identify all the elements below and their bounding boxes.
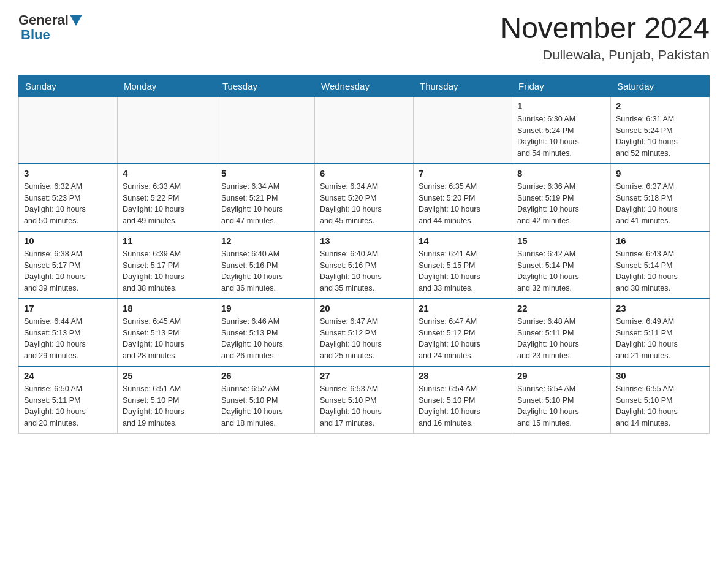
day-info: Sunrise: 6:34 AM Sunset: 5:21 PM Dayligh… [221,181,309,227]
day-info: Sunrise: 6:38 AM Sunset: 5:17 PM Dayligh… [24,248,112,294]
day-info: Sunrise: 6:52 AM Sunset: 5:10 PM Dayligh… [221,383,309,429]
calendar-cell: 7Sunrise: 6:35 AM Sunset: 5:20 PM Daylig… [414,164,512,231]
calendar-cell: 20Sunrise: 6:47 AM Sunset: 5:12 PM Dayli… [315,299,414,366]
calendar-cell: 4Sunrise: 6:33 AM Sunset: 5:22 PM Daylig… [118,164,216,231]
day-number: 13 [320,236,408,246]
day-number: 18 [123,303,211,313]
day-number: 22 [517,303,605,313]
day-info: Sunrise: 6:48 AM Sunset: 5:11 PM Dayligh… [517,316,605,362]
day-number: 1 [517,101,605,111]
calendar-cell: 14Sunrise: 6:41 AM Sunset: 5:15 PM Dayli… [414,231,512,299]
calendar-cell: 11Sunrise: 6:39 AM Sunset: 5:17 PM Dayli… [118,231,216,299]
month-title: November 2024 [500,12,710,45]
calendar-header-row: SundayMondayTuesdayWednesdayThursdayFrid… [19,75,710,96]
day-info: Sunrise: 6:53 AM Sunset: 5:10 PM Dayligh… [320,383,408,429]
day-info: Sunrise: 6:33 AM Sunset: 5:22 PM Dayligh… [123,181,211,227]
day-number: 28 [419,370,507,381]
day-number: 7 [419,168,507,178]
day-header-thursday: Thursday [414,75,512,96]
day-header-monday: Monday [118,75,216,96]
logo-general-text: General [18,12,69,28]
day-info: Sunrise: 6:51 AM Sunset: 5:10 PM Dayligh… [123,383,211,429]
day-number: 30 [616,370,704,381]
calendar-cell: 6Sunrise: 6:34 AM Sunset: 5:20 PM Daylig… [315,164,414,231]
day-info: Sunrise: 6:30 AM Sunset: 5:24 PM Dayligh… [517,113,605,159]
calendar-cell: 1Sunrise: 6:30 AM Sunset: 5:24 PM Daylig… [512,96,611,164]
day-number: 21 [419,303,507,313]
calendar-cell [315,96,414,164]
day-number: 14 [419,236,507,246]
day-info: Sunrise: 6:54 AM Sunset: 5:10 PM Dayligh… [517,383,605,429]
day-number: 11 [123,236,211,246]
calendar-cell: 15Sunrise: 6:42 AM Sunset: 5:14 PM Dayli… [512,231,611,299]
calendar-cell [19,96,118,164]
day-info: Sunrise: 6:39 AM Sunset: 5:17 PM Dayligh… [123,248,211,294]
logo: General Blue [18,12,82,43]
calendar-cell: 21Sunrise: 6:47 AM Sunset: 5:12 PM Dayli… [414,299,512,366]
calendar-cell: 22Sunrise: 6:48 AM Sunset: 5:11 PM Dayli… [512,299,611,366]
calendar-table: SundayMondayTuesdayWednesdayThursdayFrid… [18,75,710,434]
day-number: 4 [123,168,211,178]
day-header-friday: Friday [512,75,611,96]
day-number: 5 [221,168,309,178]
day-header-wednesday: Wednesday [315,75,414,96]
calendar-cell [216,96,315,164]
day-info: Sunrise: 6:40 AM Sunset: 5:16 PM Dayligh… [221,248,309,294]
day-info: Sunrise: 6:55 AM Sunset: 5:10 PM Dayligh… [616,383,704,429]
day-number: 12 [221,236,309,246]
logo-triangle-icon [70,15,82,26]
day-info: Sunrise: 6:45 AM Sunset: 5:13 PM Dayligh… [123,316,211,362]
day-number: 17 [24,303,112,313]
day-info: Sunrise: 6:35 AM Sunset: 5:20 PM Dayligh… [419,181,507,227]
day-info: Sunrise: 6:34 AM Sunset: 5:20 PM Dayligh… [320,181,408,227]
day-header-tuesday: Tuesday [216,75,315,96]
calendar-cell: 18Sunrise: 6:45 AM Sunset: 5:13 PM Dayli… [118,299,216,366]
calendar-cell: 8Sunrise: 6:36 AM Sunset: 5:19 PM Daylig… [512,164,611,231]
day-info: Sunrise: 6:47 AM Sunset: 5:12 PM Dayligh… [419,316,507,362]
day-info: Sunrise: 6:42 AM Sunset: 5:14 PM Dayligh… [517,248,605,294]
calendar-cell: 10Sunrise: 6:38 AM Sunset: 5:17 PM Dayli… [19,231,118,299]
calendar-cell: 17Sunrise: 6:44 AM Sunset: 5:13 PM Dayli… [19,299,118,366]
calendar-cell [118,96,216,164]
day-info: Sunrise: 6:49 AM Sunset: 5:11 PM Dayligh… [616,316,704,362]
day-number: 29 [517,370,605,381]
logo-blue-text: Blue [21,27,82,43]
page-header: General Blue November 2024 Dullewala, Pu… [18,12,710,63]
calendar-cell: 9Sunrise: 6:37 AM Sunset: 5:18 PM Daylig… [611,164,710,231]
day-info: Sunrise: 6:47 AM Sunset: 5:12 PM Dayligh… [320,316,408,362]
day-number: 2 [616,101,704,111]
day-number: 6 [320,168,408,178]
day-info: Sunrise: 6:44 AM Sunset: 5:13 PM Dayligh… [24,316,112,362]
day-number: 27 [320,370,408,381]
week-row-5: 24Sunrise: 6:50 AM Sunset: 5:11 PM Dayli… [19,366,710,434]
day-number: 26 [221,370,309,381]
day-number: 3 [24,168,112,178]
day-info: Sunrise: 6:50 AM Sunset: 5:11 PM Dayligh… [24,383,112,429]
day-number: 15 [517,236,605,246]
day-number: 16 [616,236,704,246]
calendar-cell: 27Sunrise: 6:53 AM Sunset: 5:10 PM Dayli… [315,366,414,434]
day-number: 20 [320,303,408,313]
week-row-4: 17Sunrise: 6:44 AM Sunset: 5:13 PM Dayli… [19,299,710,366]
calendar-cell: 13Sunrise: 6:40 AM Sunset: 5:16 PM Dayli… [315,231,414,299]
day-info: Sunrise: 6:40 AM Sunset: 5:16 PM Dayligh… [320,248,408,294]
day-number: 23 [616,303,704,313]
day-number: 25 [123,370,211,381]
day-info: Sunrise: 6:32 AM Sunset: 5:23 PM Dayligh… [24,181,112,227]
calendar-cell: 2Sunrise: 6:31 AM Sunset: 5:24 PM Daylig… [611,96,710,164]
day-header-saturday: Saturday [611,75,710,96]
day-number: 19 [221,303,309,313]
day-number: 9 [616,168,704,178]
day-info: Sunrise: 6:37 AM Sunset: 5:18 PM Dayligh… [616,181,704,227]
day-info: Sunrise: 6:31 AM Sunset: 5:24 PM Dayligh… [616,113,704,159]
day-number: 24 [24,370,112,381]
calendar-cell: 23Sunrise: 6:49 AM Sunset: 5:11 PM Dayli… [611,299,710,366]
calendar-cell: 24Sunrise: 6:50 AM Sunset: 5:11 PM Dayli… [19,366,118,434]
week-row-2: 3Sunrise: 6:32 AM Sunset: 5:23 PM Daylig… [19,164,710,231]
day-number: 8 [517,168,605,178]
day-info: Sunrise: 6:36 AM Sunset: 5:19 PM Dayligh… [517,181,605,227]
calendar-cell: 19Sunrise: 6:46 AM Sunset: 5:13 PM Dayli… [216,299,315,366]
calendar-cell: 12Sunrise: 6:40 AM Sunset: 5:16 PM Dayli… [216,231,315,299]
calendar-cell: 5Sunrise: 6:34 AM Sunset: 5:21 PM Daylig… [216,164,315,231]
calendar-cell: 28Sunrise: 6:54 AM Sunset: 5:10 PM Dayli… [414,366,512,434]
